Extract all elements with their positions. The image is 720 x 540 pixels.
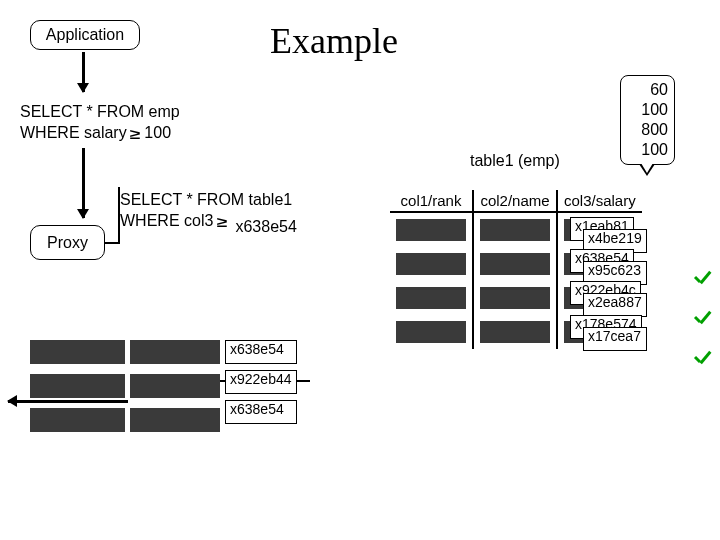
result-col-values: x638e54 x922eb44 x638e54 [225, 340, 297, 430]
redacted-cell [130, 408, 220, 432]
table-label: table1 (emp) [470, 152, 560, 170]
redacted-cell [30, 340, 125, 364]
query-line: SELECT * FROM table1 [120, 190, 297, 211]
query-rewritten: SELECT * FROM table1 WHERE col3 ≥ x638e5… [120, 190, 297, 232]
result-col-redacted [30, 340, 125, 442]
arrow-down-icon [82, 52, 85, 92]
cipher-value: x17cea7 [583, 327, 647, 351]
table-row: x178e574 x17cea7 [390, 315, 642, 349]
redacted-cell [30, 374, 125, 398]
encrypted-table: col1/rank col2/name col3/salary x1eab81 … [390, 190, 642, 349]
result-value: x638e54 [225, 340, 297, 364]
check-icon [692, 348, 714, 370]
table-row: x922eb4c x2ea887 [390, 281, 642, 315]
application-box: Application [30, 20, 140, 50]
redacted-cell [130, 340, 220, 364]
application-label: Application [46, 26, 124, 44]
query-line: SELECT * FROM emp [20, 102, 180, 123]
proxy-box: Proxy [30, 225, 105, 260]
table-header-row: col1/rank col2/name col3/salary [390, 190, 642, 212]
col-header: col3/salary [557, 190, 642, 212]
check-icon [692, 268, 714, 290]
redacted-cell [480, 321, 550, 343]
redacted-cell [396, 253, 466, 275]
query-original: SELECT * FROM emp WHERE salary ≥ 100 [20, 102, 180, 144]
table-row: x1eab81 x4be219 [390, 212, 642, 247]
redacted-cell [480, 219, 550, 241]
check-icon [692, 308, 714, 330]
callout-value: 100 [627, 100, 668, 120]
cipher-value: x2ea887 [583, 293, 647, 317]
col-header: col1/rank [390, 190, 473, 212]
table-row: x638e54 x95c623 [390, 247, 642, 281]
col-header: col2/name [473, 190, 557, 212]
callout-value: 100 [627, 140, 668, 160]
result-value: x922eb44 [225, 370, 297, 394]
salary-callout: 60 100 800 100 [620, 75, 675, 165]
gte-icon: ≥ [217, 213, 228, 232]
result-col-mid [130, 340, 220, 442]
arrow-down-icon [82, 148, 85, 218]
result-value: x638e54 [225, 400, 297, 424]
gte-icon: ≥ [130, 125, 141, 144]
redacted-cell [396, 287, 466, 309]
redacted-cell [396, 219, 466, 241]
page-title: Example [270, 20, 398, 62]
callout-value: 800 [627, 120, 668, 140]
redacted-cell [480, 253, 550, 275]
redacted-cell [396, 321, 466, 343]
query-line: WHERE col3 ≥ x638e54 [120, 211, 297, 232]
redacted-cell [30, 408, 125, 432]
proxy-label: Proxy [47, 234, 88, 252]
redacted-cell [130, 374, 220, 398]
redacted-cell [480, 287, 550, 309]
query-line: WHERE salary ≥ 100 [20, 123, 180, 144]
callout-value: 60 [627, 80, 668, 100]
